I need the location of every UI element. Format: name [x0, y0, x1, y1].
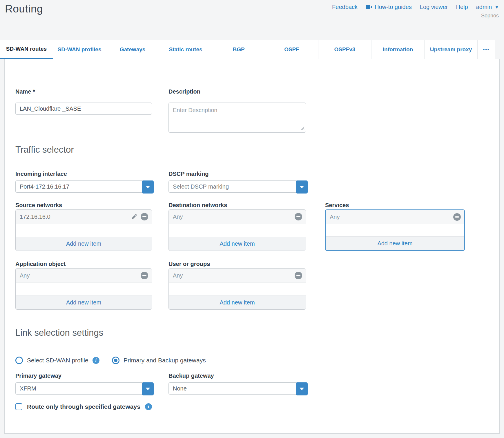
list-item: Any: [16, 269, 152, 283]
tab-information[interactable]: Information: [371, 40, 425, 59]
chevron-down-icon: ▼: [495, 5, 499, 10]
edit-icon[interactable]: [131, 213, 138, 220]
primary-gateway-select[interactable]: XFRM: [15, 382, 154, 395]
primary-gateway-label: Primary gateway: [15, 373, 61, 379]
remove-item-icon[interactable]: [141, 272, 148, 279]
primary-backup-gateways-radio[interactable]: [112, 357, 119, 364]
utility-nav: Feedback How-to guides Log viewer Help a…: [332, 4, 499, 10]
feedback-link[interactable]: Feedback: [332, 4, 358, 10]
tab-bar: SD-WAN routes SD-WAN profiles Gateways S…: [0, 40, 495, 59]
add-new-item-button[interactable]: Add new item: [326, 236, 464, 250]
user-or-groups-label: User or groups: [168, 261, 210, 267]
list-item: Any: [169, 269, 306, 283]
select-sdwan-profile-radio[interactable]: [15, 357, 23, 364]
backup-gateway-label: Backup gateway: [168, 373, 214, 379]
description-label: Description: [168, 88, 306, 95]
route-only-checkbox[interactable]: [15, 403, 22, 410]
primary-backup-gateways-label: Primary and Backup gateways: [124, 357, 206, 364]
name-label: Name *: [15, 88, 152, 95]
source-networks-list: 172.16.16.0 Add new item: [15, 209, 152, 251]
add-new-item-button[interactable]: Add new item: [169, 295, 306, 309]
remove-item-icon[interactable]: [453, 213, 461, 221]
incoming-interface-dropdown-button[interactable]: [142, 180, 154, 194]
incoming-interface-label: Incoming interface: [15, 171, 67, 177]
remove-item-icon[interactable]: [295, 213, 302, 220]
destination-network-value: Any: [173, 213, 295, 220]
incoming-interface-select[interactable]: Port4-172.16.16.17: [15, 180, 154, 194]
services-label: Services: [325, 202, 349, 209]
service-value: Any: [330, 214, 453, 220]
application-object-label: Application object: [15, 261, 66, 267]
backup-gateway-value: None: [168, 382, 298, 395]
list-empty-area: [16, 283, 152, 295]
dscp-marking-select[interactable]: Select DSCP marking: [168, 180, 308, 194]
tab-static-routes[interactable]: Static routes: [159, 40, 212, 59]
remove-item-icon[interactable]: [295, 272, 302, 279]
tab-sd-wan-profiles[interactable]: SD-WAN profiles: [53, 40, 106, 59]
tab-more-icon[interactable]: •••: [478, 40, 495, 59]
destination-networks-list: Any Add new item: [168, 209, 306, 251]
add-new-item-button[interactable]: Add new item: [16, 295, 152, 309]
tab-upstream-proxy[interactable]: Upstream proxy: [425, 40, 478, 59]
services-list: Any Add new item: [325, 209, 465, 251]
dscp-marking-value: Select DSCP marking: [168, 180, 298, 193]
brand-label: Sophos: [481, 13, 499, 19]
how-to-guides-link[interactable]: How-to guides: [366, 4, 412, 10]
list-empty-area: [16, 224, 152, 237]
name-input[interactable]: [15, 103, 152, 115]
backup-gateway-dropdown-button[interactable]: [296, 382, 308, 395]
admin-menu[interactable]: admin ▼: [476, 4, 499, 10]
help-link[interactable]: Help: [456, 4, 468, 10]
application-object-list: Any Add new item: [15, 268, 152, 310]
list-item: 172.16.16.0: [16, 210, 152, 224]
destination-networks-label: Destination networks: [168, 202, 227, 209]
primary-gateway-value: XFRM: [15, 382, 144, 395]
add-new-item-button[interactable]: Add new item: [169, 237, 306, 251]
list-empty-area: [169, 283, 306, 295]
list-item: Any: [326, 210, 464, 224]
list-empty-area: [326, 224, 464, 236]
info-icon[interactable]: i: [145, 403, 152, 410]
backup-gateway-select[interactable]: None: [168, 382, 308, 395]
dscp-dropdown-button[interactable]: [296, 180, 308, 194]
incoming-interface-value: Port4-172.16.16.17: [15, 180, 144, 193]
application-object-value: Any: [20, 272, 141, 279]
section-divider: [15, 322, 479, 322]
link-selection-heading: Link selection settings: [15, 328, 103, 338]
section-divider: [15, 139, 479, 139]
tab-bgp[interactable]: BGP: [212, 40, 265, 59]
tab-sd-wan-routes[interactable]: SD-WAN routes: [0, 40, 53, 59]
chevron-down-icon: [146, 388, 150, 390]
source-network-value: 172.16.16.0: [20, 213, 131, 220]
traffic-selector-heading: Traffic selector: [15, 145, 74, 155]
list-item: Any: [169, 210, 306, 224]
page-header: Routing Feedback How-to guides Log viewe…: [0, 0, 504, 40]
tab-ospf[interactable]: OSPF: [265, 40, 318, 59]
tab-ospfv3[interactable]: OSPFv3: [318, 40, 371, 59]
page-title: Routing: [5, 3, 43, 15]
remove-item-icon[interactable]: [141, 213, 148, 220]
chevron-down-icon: [300, 186, 304, 188]
tab-gateways[interactable]: Gateways: [106, 40, 159, 59]
video-icon: [366, 5, 372, 9]
route-form-card: Name * Description Traffic selector Inco…: [4, 59, 500, 434]
add-new-item-button[interactable]: Add new item: [16, 237, 152, 251]
primary-gateway-dropdown-button[interactable]: [142, 382, 154, 395]
dscp-marking-label: DSCP marking: [168, 171, 209, 177]
route-only-label: Route only through specified gateways: [27, 403, 140, 410]
source-networks-label: Source networks: [15, 202, 62, 209]
chevron-down-icon: [300, 388, 304, 390]
info-icon[interactable]: i: [93, 357, 99, 364]
log-viewer-link[interactable]: Log viewer: [420, 4, 448, 10]
user-or-groups-list: Any Add new item: [168, 268, 306, 310]
select-sdwan-profile-label: Select SD-WAN profile: [27, 357, 88, 364]
chevron-down-icon: [146, 186, 150, 188]
list-empty-area: [169, 224, 306, 237]
description-input[interactable]: [168, 103, 306, 133]
user-or-groups-value: Any: [173, 272, 295, 279]
